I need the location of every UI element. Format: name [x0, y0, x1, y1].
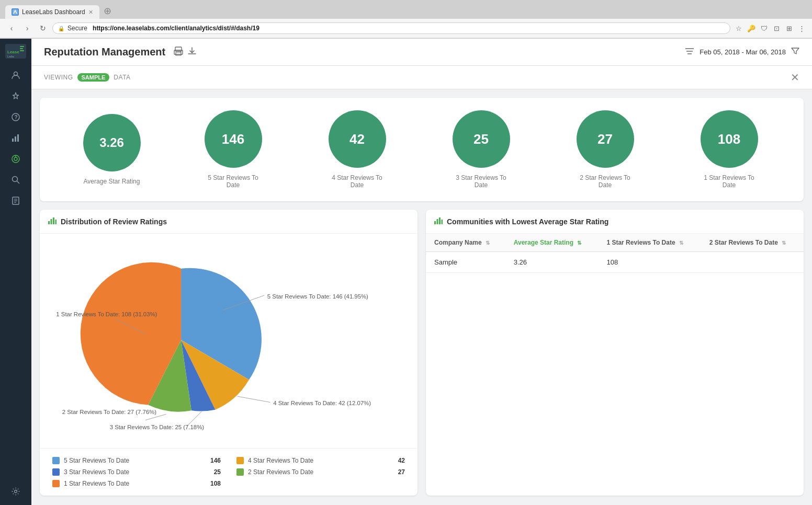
cell-2star: [701, 252, 804, 273]
new-tab-btn[interactable]: ⊕: [99, 3, 116, 19]
svg-rect-44: [434, 221, 436, 224]
extension-icon4[interactable]: ⊞: [784, 23, 794, 33]
svg-rect-4: [20, 46, 24, 47]
svg-point-22: [15, 490, 17, 493]
col-1star[interactable]: 1 Star Reviews To Date ⇅: [598, 234, 701, 252]
browser-tabs: LeaseLabs Dashboard ✕ ⊕: [0, 0, 812, 19]
metric-2star: 27 2 Star Reviews To Date: [574, 110, 637, 189]
svg-rect-5: [20, 48, 23, 49]
svg-rect-6: [20, 50, 24, 51]
col-avg-rating[interactable]: Average Star Rating ⇅: [505, 234, 599, 252]
tab-close-btn[interactable]: ✕: [88, 9, 93, 16]
sidebar-item-pin[interactable]: [6, 87, 25, 106]
svg-line-17: [17, 181, 20, 184]
legend-dot-1star: [52, 480, 60, 487]
metric-3star: 25 3 Star Reviews To Date: [450, 110, 513, 189]
back-btn[interactable]: ‹: [5, 22, 18, 35]
svg-text:4 Star Reviews To Date: 42 (12: 4 Star Reviews To Date: 42 (12.07%): [273, 400, 371, 406]
svg-text:1 Star Reviews To Date: 108 (3: 1 Star Reviews To Date: 108 (31.03%): [56, 311, 157, 317]
address-bar[interactable]: 🔒 Secure https://one.leaselabs.com/clien…: [52, 22, 730, 34]
sort-icon-1star[interactable]: ⇅: [679, 240, 683, 246]
sort-icon-company[interactable]: ⇅: [486, 240, 490, 246]
menu-btn[interactable]: ⋮: [796, 23, 807, 33]
legend-item-4star: 4 Star Reviews To Date 42: [236, 457, 405, 464]
page-title: Reputation Management: [44, 46, 165, 58]
cell-company: Sample: [426, 252, 505, 273]
col-company[interactable]: Company Name ⇅: [426, 234, 505, 252]
sidebar-item-user[interactable]: [6, 66, 25, 85]
metric-circle-5: 108: [701, 110, 758, 168]
metric-avg-rating: 3.26 Average Star Rating: [83, 114, 141, 185]
communities-chart-card: Communities with Lowest Average Star Rat…: [426, 210, 804, 496]
header-right: Feb 05, 2018 - Mar 06, 2018: [685, 47, 799, 58]
svg-rect-33: [55, 220, 57, 224]
extension-icon1[interactable]: 🔑: [746, 23, 757, 33]
svg-rect-12: [17, 134, 19, 142]
sidebar-item-reports[interactable]: [6, 191, 25, 210]
metric-1star: 108 1 Star Reviews To Date: [698, 110, 761, 189]
viewing-label: VIEWING: [44, 74, 73, 81]
metrics-section: 3.26 Average Star Rating 146 5 Star Revi…: [40, 98, 804, 201]
close-btn[interactable]: ✕: [791, 71, 799, 84]
svg-rect-11: [15, 136, 16, 142]
communities-table: Company Name ⇅ Average Star Rating ⇅ 1 S…: [426, 234, 804, 273]
forward-btn[interactable]: ›: [21, 22, 33, 35]
distribution-chart-card: Distribution of Review Ratings: [40, 210, 418, 496]
legend-item-5star: 5 Star Reviews To Date 146: [52, 457, 221, 464]
svg-text:Labs: Labs: [7, 55, 14, 58]
pie-chart-area: 1 Star Reviews To Date: 108 (31.03%) 5 S…: [40, 234, 418, 448]
svg-rect-45: [437, 219, 438, 224]
browser-toolbar: ‹ › ↻ 🔒 Secure https://one.leaselabs.com…: [0, 19, 812, 38]
extension-icon3[interactable]: ⊡: [771, 23, 782, 33]
legend-item-2star: 2 Star Reviews To Date 27: [236, 468, 405, 476]
svg-line-38: [238, 396, 270, 402]
table-header-row: Company Name ⇅ Average Star Rating ⇅ 1 S…: [426, 234, 804, 252]
sidebar-item-help[interactable]: ?: [6, 108, 25, 127]
distribution-chart-icon: [48, 217, 57, 226]
filter-toggle-icon[interactable]: [685, 48, 694, 57]
active-tab[interactable]: LeaseLabs Dashboard ✕: [5, 5, 99, 19]
legend: 5 Star Reviews To Date 146 4 Star Review…: [40, 448, 418, 496]
sidebar-logo: Lease Labs: [5, 44, 26, 60]
metric-5star: 146 5 Star Reviews To Date: [202, 110, 265, 189]
svg-text:3 Star Reviews To Date: 25 (7.: 3 Star Reviews To Date: 25 (7.18%): [110, 424, 205, 430]
print-icon[interactable]: [174, 47, 183, 58]
svg-rect-10: [12, 139, 14, 142]
viewing-bar: VIEWING SAMPLE DATA ✕: [31, 66, 812, 89]
legend-dot-5star: [52, 457, 60, 464]
metric-circle-1: 146: [205, 110, 262, 168]
secure-icon: 🔒: [58, 26, 64, 31]
svg-point-16: [13, 177, 18, 182]
svg-text:?: ?: [15, 114, 18, 120]
sort-icon-2star[interactable]: ⇅: [782, 240, 786, 246]
download-icon[interactable]: [187, 47, 197, 58]
cell-1star: 108: [598, 252, 701, 273]
col-2star[interactable]: 2 Star Reviews To Date ⇅: [701, 234, 804, 252]
sidebar-item-settings[interactable]: [6, 482, 25, 501]
communities-chart-icon: [434, 217, 443, 226]
page-header: Reputation Management Feb 05, 2018 - Mar…: [31, 39, 812, 66]
sidebar-item-analytics[interactable]: [6, 129, 25, 147]
communities-chart-title: Communities with Lowest Average Star Rat…: [447, 217, 608, 226]
app-container: Lease Labs ?: [0, 39, 812, 505]
reload-btn[interactable]: ↻: [37, 22, 49, 35]
svg-rect-31: [51, 219, 52, 224]
data-label: DATA: [114, 74, 130, 81]
distribution-chart-header: Distribution of Review Ratings: [40, 210, 418, 234]
bookmark-icon[interactable]: ☆: [734, 23, 744, 33]
filter-icon[interactable]: [791, 47, 799, 58]
metric-4star: 42 4 Star Reviews To Date: [326, 110, 389, 189]
tab-title: LeaseLabs Dashboard: [22, 8, 85, 16]
svg-rect-23: [175, 47, 182, 51]
metric-label-4: 2 Star Reviews To Date: [574, 174, 637, 189]
legend-dot-2star: [236, 468, 244, 476]
cell-avg-rating: 3.26: [505, 252, 599, 273]
main-content: Reputation Management Feb 05, 2018 - Mar…: [31, 39, 812, 505]
browser-chrome: LeaseLabs Dashboard ✕ ⊕ ‹ › ↻ 🔒 Secure h…: [0, 0, 812, 39]
metric-label-2: 4 Star Reviews To Date: [326, 174, 389, 189]
extension-icon2[interactable]: 🛡: [759, 23, 769, 33]
distribution-chart-title: Distribution of Review Ratings: [61, 217, 167, 226]
sidebar-item-search[interactable]: [6, 170, 25, 189]
sort-icon-avg[interactable]: ⇅: [577, 240, 581, 246]
sidebar-item-dashboard[interactable]: [6, 150, 25, 168]
